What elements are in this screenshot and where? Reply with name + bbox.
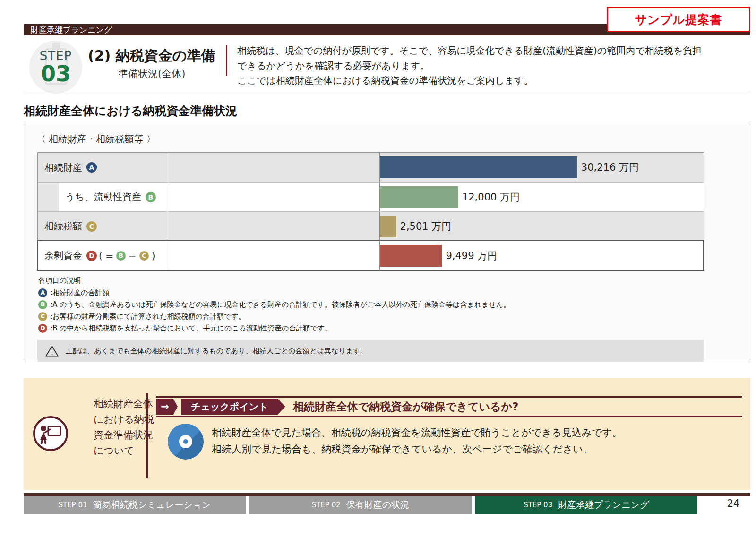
row-bar-cell: 12,000 万円 bbox=[380, 183, 704, 211]
tag-d-badge: D bbox=[86, 251, 97, 261]
legend-item-text: :お客様の財産分割案にて計算された相続税額の合計額です。 bbox=[50, 311, 246, 322]
footer-tab-title: 簡易相続税シミュレーション bbox=[93, 499, 211, 511]
lead-line-1: 相続税は、現金での納付が原則です。そこで、容易に現金化できる財産(流動性資産)の… bbox=[237, 43, 705, 73]
panel-caption: 〈 相続財産・相続税額等 〉 bbox=[24, 124, 750, 146]
footer-tab-step-label: STEP 02 bbox=[312, 501, 341, 509]
asset-bar-table: 相続財産A30,216 万円うち、流動性資産B12,000 万円相続税額C2,5… bbox=[37, 152, 704, 270]
warning-strip: 上記は、あくまでも全体の相続財産に対するものであり、相続人ごとの金額とは異なりま… bbox=[37, 340, 704, 362]
row-bar-cell: 2,501 万円 bbox=[380, 212, 704, 241]
summary-body: 相続財産全体で見た場合、相続税の納税資金を流動性資産で賄うことができる見込みです… bbox=[212, 425, 622, 457]
summary-side-label-line: 相続財産全体 bbox=[94, 396, 154, 412]
checkpoint-banner: → チェックポイント 相続財産全体で納税資金が確保できているか? bbox=[156, 398, 518, 416]
row-label: 余剰資金 bbox=[44, 249, 82, 262]
legend-item: A:相続財産の合計額 bbox=[38, 287, 750, 298]
legend-item-text: :A のうち、金融資産あるいは死亡保険金などの容易に現金化できる財産の合計額です… bbox=[50, 299, 510, 310]
tag-c-badge: C bbox=[38, 312, 47, 321]
assets-panel: 〈 相続財産・相続税額等 〉 相続財産A30,216 万円うち、流動性資産B12… bbox=[24, 124, 750, 360]
footer-tab-step-03[interactable]: STEP 03財産承継プランニング bbox=[475, 496, 697, 514]
footer-tab-title: 保有財産の状況 bbox=[346, 499, 409, 511]
table-row: 余剰資金D( = B − C )9,499 万円 bbox=[38, 241, 704, 270]
checkpoint-question: 相続財産全体で納税資金が確保できているか? bbox=[293, 400, 519, 414]
step-number: 03 bbox=[41, 63, 71, 85]
page-title: (2) 納税資金の準備 bbox=[88, 46, 215, 66]
tag-c-badge: C bbox=[86, 221, 97, 232]
step-badge: STEP 03 bbox=[29, 41, 82, 94]
legend: 各項目の説明 A:相続財産の合計額B:A のうち、金融資産あるいは死亡保険金など… bbox=[38, 276, 750, 333]
bar-value-label: 12,000 万円 bbox=[462, 191, 520, 204]
row-formula: ( = B − C ) bbox=[99, 250, 155, 261]
value-bar bbox=[380, 245, 442, 267]
summary-divider bbox=[146, 393, 148, 478]
status-ok-icon bbox=[168, 424, 204, 460]
header-rule bbox=[24, 91, 750, 91]
row-label: 相続財産 bbox=[44, 161, 82, 174]
legend-item: B:A のうち、金融資産あるいは死亡保険金などの容易に現金化できる財産の合計額で… bbox=[38, 299, 750, 310]
warning-triangle-icon bbox=[45, 345, 59, 357]
row-bar-cell: 9,499 万円 bbox=[380, 241, 704, 270]
row-label-cell: 相続財産A bbox=[38, 153, 167, 182]
legend-title: 各項目の説明 bbox=[38, 276, 750, 285]
bar-value-label: 9,499 万円 bbox=[446, 249, 497, 262]
page-subtitle: 準備状況(全体) bbox=[118, 67, 185, 80]
table-row: 相続税額C2,501 万円 bbox=[38, 211, 704, 241]
page-number: 24 bbox=[719, 498, 747, 509]
step-word: STEP bbox=[40, 50, 72, 62]
checkpoint-label: チェックポイント bbox=[181, 399, 285, 415]
legend-item: C:お客様の財産分割案にて計算された相続税額の合計額です。 bbox=[38, 311, 750, 322]
summary-side-label: 相続財産全体における納税資金準備状況について bbox=[94, 396, 154, 459]
row-label-cell: 相続税額C bbox=[38, 212, 167, 241]
legend-items: A:相続財産の合計額B:A のうち、金融資産あるいは死亡保険金などの容易に現金化… bbox=[38, 287, 750, 333]
summary-line-2: 相続人別で見た場合も、納税資金が確保できているか、次ページでご確認ください。 bbox=[212, 441, 622, 458]
tag-b-badge: B bbox=[146, 192, 156, 202]
row-bar-cell: 30,216 万円 bbox=[380, 153, 704, 182]
row-spacer-cell bbox=[167, 212, 380, 241]
bar-value-label: 2,501 万円 bbox=[400, 220, 452, 233]
footer-tab-step-02[interactable]: STEP 02保有財産の状況 bbox=[249, 496, 472, 514]
row-spacer-cell bbox=[167, 241, 380, 270]
row-spacer-cell bbox=[167, 183, 380, 211]
summary-panel: 相続財産全体における納税資金準備状況について → チェックポイント 相続財産全体… bbox=[24, 378, 750, 490]
legend-item-text: :相続財産の合計額 bbox=[50, 287, 109, 298]
bar-value-label: 30,216 万円 bbox=[581, 161, 639, 174]
value-bar bbox=[380, 156, 577, 178]
summary-side-label-line: について bbox=[94, 443, 154, 459]
row-label: うち、流動性資産 bbox=[65, 191, 141, 203]
row-label-cell: 余剰資金D( = B − C ) bbox=[38, 241, 167, 270]
table-row: うち、流動性資産B12,000 万円 bbox=[38, 182, 704, 211]
warning-text: 上記は、あくまでも全体の相続財産に対するものであり、相続人ごとの金額とは異なりま… bbox=[66, 347, 367, 356]
row-label: 相続税額 bbox=[44, 220, 82, 233]
row-label-cell: うち、流動性資産B bbox=[38, 183, 167, 211]
title-divider bbox=[226, 45, 227, 76]
value-bar bbox=[380, 216, 396, 237]
sample-proposal-badge: サンプル提案書 bbox=[607, 7, 750, 32]
footer-tab-step-label: STEP 01 bbox=[58, 501, 87, 509]
tag-b-badge: B bbox=[38, 300, 47, 309]
presenter-icon bbox=[32, 415, 69, 452]
summary-side-label-line: における納税 bbox=[94, 412, 154, 427]
tag-a-badge: A bbox=[86, 162, 97, 173]
checkpoint-rule-bottom bbox=[156, 416, 742, 417]
footer-tab-title: 財産承継プランニング bbox=[558, 499, 649, 511]
tag-d-badge: D bbox=[38, 324, 47, 333]
legend-item: D:B の中から相続税額を支払った場合において、手元にのこる流動性資産の合計額で… bbox=[38, 323, 750, 333]
tag-a-badge: A bbox=[38, 288, 47, 297]
row-spacer-cell bbox=[167, 153, 380, 182]
value-bar bbox=[380, 186, 458, 208]
tag-c-badge: C bbox=[139, 251, 149, 261]
table-row: 相続財産A30,216 万円 bbox=[38, 153, 704, 182]
summary-side-label-line: 資金準備状況 bbox=[94, 427, 154, 443]
summary-line-1: 相続財産全体で見た場合、相続税の納税資金を流動性資産で賄うことができる見込みです… bbox=[212, 425, 622, 441]
footer-tab-step-label: STEP 03 bbox=[524, 501, 552, 509]
proposal-page: 財産承継プランニング サンプル提案書 STEP 03 (2) 納税資金の準備 準… bbox=[0, 0, 756, 539]
arrow-right-icon: → bbox=[156, 399, 178, 415]
tag-b-badge: B bbox=[116, 251, 126, 261]
lead-paragraph: 相続税は、現金での納付が原則です。そこで、容易に現金化できる財産(流動性資産)の… bbox=[237, 43, 705, 88]
lead-line-2: ここでは相続財産全体における納税資金の準備状況をご案内します。 bbox=[237, 73, 705, 88]
section-title: 相続財産全体における納税資金準備状況 bbox=[24, 103, 237, 119]
footer-tab-step-01[interactable]: STEP 01簡易相続税シミュレーション bbox=[24, 496, 246, 514]
legend-item-text: :B の中から相続税額を支払った場合において、手元にのこる流動性資産の合計額です… bbox=[50, 323, 332, 333]
